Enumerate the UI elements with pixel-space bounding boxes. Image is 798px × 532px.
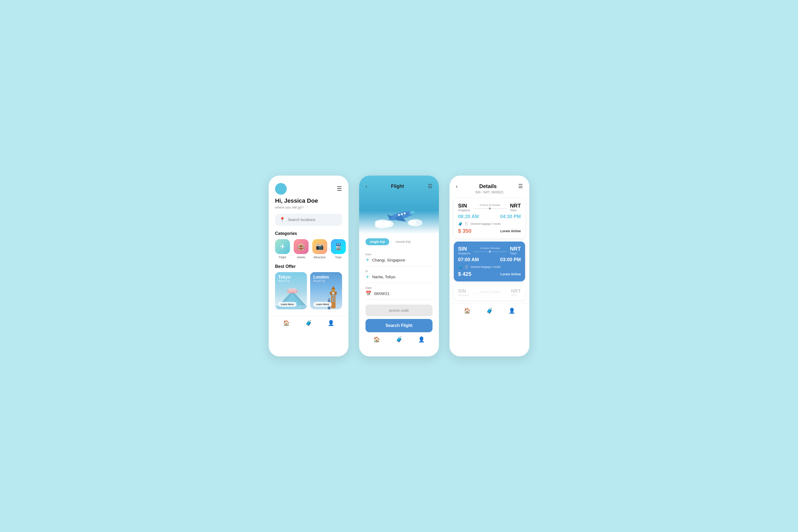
details-nav-home[interactable]: 🏠 (464, 307, 471, 314)
offer-london[interactable]: London Round Trip (310, 272, 342, 309)
search-bar[interactable]: 📍 (275, 214, 342, 226)
details-back-arrow[interactable]: ‹ (456, 183, 458, 189)
categories-title: Categories (269, 231, 348, 239)
from-value[interactable]: Changi, Singapore (372, 258, 405, 262)
category-train[interactable]: 🚆 Train (331, 239, 346, 259)
departure-icon: ✈ (365, 257, 369, 263)
card1-amenity-text: checked baggage / meals (470, 222, 500, 225)
flight-label: Flight (279, 255, 286, 259)
card1-times: 08:20 AM 04:30 PM (458, 214, 521, 220)
card2-from-city: Singapore (458, 252, 470, 255)
flight-nav-profile[interactable]: 👤 (418, 336, 425, 343)
hotels-icon-box: 🏨 (294, 239, 308, 254)
greeting-name: Hi, Jessica Doe (275, 197, 342, 204)
round-trip-btn[interactable]: round trip (391, 238, 415, 245)
card1-to: NRT Tokyo (510, 203, 521, 212)
card1-from-city: Singapore (458, 209, 470, 212)
date-label: Date (365, 286, 433, 289)
svg-rect-15 (334, 298, 335, 299)
svg-point-31 (404, 212, 406, 214)
card1-depart: 08:20 AM (458, 214, 479, 220)
card1-price: $ 350 (458, 228, 471, 234)
category-attraction[interactable]: 📷 Attraction (312, 239, 327, 259)
svg-rect-3 (288, 288, 296, 292)
flight-bottom-nav: 🏠 🧳 👤 (359, 332, 439, 347)
back-arrow[interactable]: ‹ (365, 183, 367, 189)
card2-middle: 8 Hours 0 Minutes ✈ (474, 247, 507, 254)
card2-line: ✈ (474, 249, 507, 254)
avatar[interactable] (275, 183, 287, 195)
category-hotels[interactable]: 🏨 Hotels (294, 239, 308, 259)
hotels-label: Hotels (297, 255, 305, 259)
details-nav-profile[interactable]: 👤 (509, 307, 515, 314)
trip-toggle: single trip round trip (365, 238, 433, 245)
search-input[interactable] (288, 217, 338, 222)
card1-line: ✈ (474, 206, 507, 211)
date-field: Date 📅 08/09/21 (365, 283, 433, 300)
svg-point-30 (401, 213, 403, 215)
card2-from-code: SIN (458, 246, 470, 252)
mini-duration: 8 Hours 45 Minutes (472, 290, 508, 293)
card2-baggage-icon: 🧳 (458, 265, 462, 269)
card2-amenity-text: checked baggage / meals (470, 265, 500, 268)
nav-home-icon[interactable]: 🏠 (283, 320, 290, 326)
mini-from-code: SIN (458, 288, 469, 294)
to-label: to (365, 269, 433, 273)
card1-middle: 8 Hours 20 Minutes ✈ (474, 204, 507, 211)
to-value[interactable]: Narita, Tokyo (372, 274, 395, 279)
card2-to-city: Tokyo (510, 252, 521, 255)
nav-bag-icon[interactable]: 🧳 (305, 320, 312, 326)
card2-price: $ 425 (458, 271, 471, 277)
card2-meal-icon: 🍴 (464, 265, 469, 269)
home-header: ☰ (269, 175, 348, 197)
search-flight-button[interactable]: Search Flight (365, 319, 433, 332)
card1-from-code: SIN (458, 203, 470, 209)
flight-menu-icon[interactable]: ☰ (428, 183, 433, 189)
svg-rect-17 (334, 300, 335, 302)
card1-footer: $ 350 Lorem Airline (458, 228, 521, 234)
single-trip-btn[interactable]: single trip (365, 238, 389, 245)
mini-route: SIN Singapore 8 Hours 45 Minutes NRT Tok… (458, 288, 521, 297)
flight-card-1[interactable]: SIN Singapore 8 Hours 20 Minutes ✈ NRT T… (454, 198, 525, 238)
date-value[interactable]: 08/09/21 (374, 291, 390, 296)
screens-container: ☰ Hi, Jessica Doe where you will go? 📍 C… (269, 175, 529, 357)
details-menu-icon[interactable]: ☰ (518, 183, 523, 189)
svg-rect-14 (332, 298, 333, 299)
mini-from-city: Singapore (458, 294, 469, 297)
card2-airline: Lorem Airline (500, 272, 521, 276)
menu-icon[interactable]: ☰ (337, 185, 342, 192)
svg-rect-5 (331, 294, 336, 308)
card2-times: 07:00 AM 03:00 PM (458, 257, 521, 263)
card2-amenities: 🧳 🍴 checked baggage / meals (458, 265, 521, 269)
card2-to-code: NRT (510, 246, 521, 252)
nav-profile-icon[interactable]: 👤 (328, 320, 334, 326)
flight-title: Flight (391, 184, 404, 189)
london-content: London Round Trip (314, 275, 329, 282)
promo-code-button[interactable]: promo code (365, 305, 433, 316)
details-nav-bag[interactable]: 🧳 (486, 307, 493, 314)
attraction-icon: 📷 (316, 243, 324, 250)
card2-from: SIN Singapore (458, 246, 470, 255)
baggage-icon: 🧳 (458, 222, 462, 226)
tokyo-learn-more[interactable]: Learn More (278, 302, 297, 307)
flight-nav-bag[interactable]: 🧳 (396, 336, 402, 343)
meal-icon: 🍴 (464, 222, 469, 226)
flight-nav-home[interactable]: 🏠 (374, 336, 380, 343)
card2-arrive: 03:00 PM (500, 257, 521, 263)
offer-tokyo[interactable]: Tokyo Round Trip Learn More (275, 272, 307, 309)
london-learn-more[interactable]: Learn More (314, 302, 332, 307)
card2-depart: 07:00 AM (458, 257, 479, 263)
flight-card-2[interactable]: SIN Singapore 8 Hours 0 Minutes ✈ NRT To… (454, 242, 525, 281)
mini-to-code: NRT (511, 288, 521, 294)
svg-rect-16 (332, 300, 333, 302)
flight-header-top: ‹ Flight ☰ (359, 175, 439, 189)
calendar-icon: 📅 (365, 290, 371, 296)
card2-route: SIN Singapore 8 Hours 0 Minutes ✈ NRT To… (458, 246, 521, 255)
mini-to-city: Tokyo (511, 294, 521, 297)
flight-card-mini[interactable]: SIN Singapore 8 Hours 45 Minutes NRT Tok… (454, 285, 525, 300)
tokyo-content: Tokyo Round Trip (278, 275, 290, 282)
category-flight[interactable]: ✈ Flight (275, 239, 290, 259)
attraction-icon-box: 📷 (312, 239, 327, 254)
flight-icon-box: ✈ (275, 239, 290, 254)
tokyo-city: Tokyo (278, 275, 290, 280)
